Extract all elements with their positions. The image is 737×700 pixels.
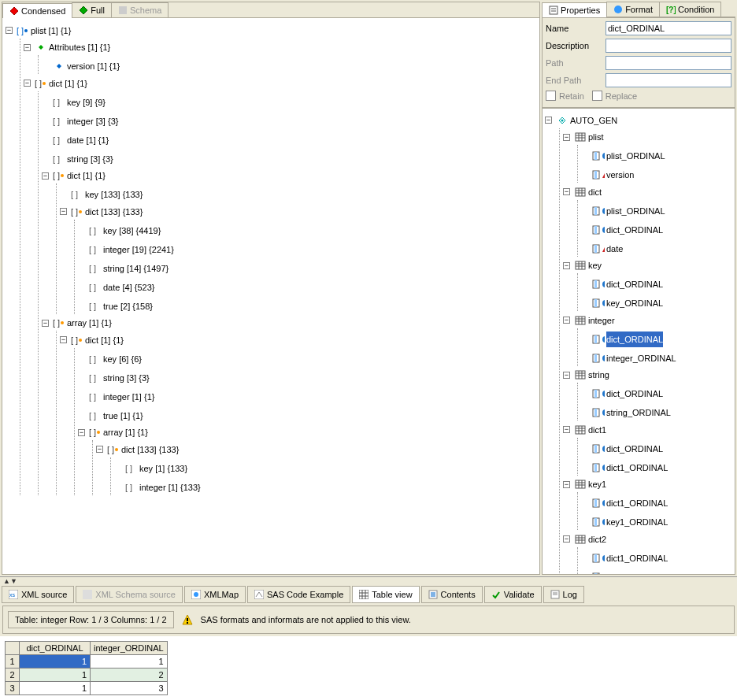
expand-toggle[interactable]: − (42, 172, 49, 180)
expand-toggle[interactable]: − (78, 429, 85, 436)
tree-node[interactable]: dict_ORDINAL (581, 219, 732, 238)
table-row[interactable]: 111 (6, 655, 168, 669)
tree-node[interactable]: [ ]true [1] {1} (78, 405, 536, 424)
tree-node[interactable]: −[ ]dict [1] {1}[ ]key [9] {9}[ ]integer… (24, 74, 536, 495)
right-tree[interactable]: −AUTO_GEN−plistplist_ORDINALversion−dict… (542, 108, 735, 575)
tree-node[interactable]: plist_ORDINAL (581, 200, 732, 219)
tree-node[interactable]: dict_ORDINAL (581, 383, 732, 402)
expand-toggle[interactable]: − (42, 320, 49, 327)
tree-node[interactable]: dict_ORDINAL (581, 438, 732, 457)
tree-node[interactable]: −integerdict_ORDINALinteger_ORDINAL (563, 311, 732, 366)
tree-node[interactable]: −plistplist_ORDINALversion (563, 128, 732, 183)
tree-node[interactable]: −Attributes [1] {1}version [1] {1} (24, 39, 536, 75)
table-cell[interactable]: 1 (20, 655, 91, 669)
tree-node[interactable]: −dict2dict1_ORDINALdict2_ORDINAL (563, 530, 732, 575)
expand-toggle[interactable]: − (563, 481, 570, 488)
tree-node[interactable]: [ ]key [6] {6} (78, 348, 536, 367)
data-table[interactable]: dict_ORDINALinteger_ORDINAL111212313 (5, 641, 168, 695)
expand-toggle[interactable]: − (24, 80, 31, 87)
tab-validate[interactable]: Validate (484, 586, 542, 603)
retain-checkbox[interactable]: Retain (546, 91, 584, 101)
tab-log[interactable]: Log (543, 586, 584, 603)
description-field[interactable] (606, 39, 731, 53)
tree-node[interactable]: [ ]string [14] {1497} (78, 257, 536, 276)
tab-format[interactable]: Format (606, 2, 660, 17)
expand-toggle[interactable]: − (6, 27, 13, 34)
tree-node[interactable]: dict1_ORDINAL (581, 547, 732, 566)
tab-xmlmap[interactable]: XMLMap (184, 586, 246, 603)
tree-node[interactable]: dict_ORDINAL (581, 328, 732, 347)
tree-node[interactable]: −[ ]array [1] {1}−[ ]dict [133] {133}[ ]… (78, 424, 536, 495)
tab-sas-code[interactable]: SAS Code Example (247, 586, 350, 603)
table-cell[interactable]: 1 (20, 669, 91, 682)
expand-toggle[interactable]: − (24, 44, 31, 51)
tab-full[interactable]: Full (72, 2, 112, 17)
tree-node[interactable]: −keydict_ORDINALkey_ORDINAL (563, 257, 732, 312)
tree-node[interactable]: −AUTO_GEN−plistplist_ORDINALversion−dict… (545, 111, 732, 575)
expand-toggle[interactable]: − (545, 117, 552, 124)
tree-node[interactable]: dict1_ORDINAL (581, 492, 732, 511)
tree-node[interactable]: [ ]date [4] {523} (78, 276, 536, 295)
tab-properties[interactable]: Properties (542, 2, 607, 17)
expand-toggle[interactable]: − (563, 426, 570, 433)
expand-toggle[interactable]: − (563, 372, 570, 379)
tree-node[interactable]: −[ ]dict [1] {1}[ ]key [6] {6}[ ]string … (60, 331, 536, 495)
name-field[interactable] (606, 21, 731, 35)
tree-node[interactable]: [ ]integer [1] {133} (114, 476, 536, 495)
tab-xml-source[interactable]: xsXML source (2, 586, 74, 603)
replace-checkbox[interactable]: Replace (592, 91, 637, 101)
tree-node[interactable]: −[ ]array [1] {1}−[ ]dict [1] {1}[ ]key … (42, 314, 536, 495)
expand-toggle[interactable]: − (96, 446, 103, 453)
tree-node[interactable]: [ ]key [133] {133} (60, 183, 536, 202)
left-tree[interactable]: −[ ]plist [1] {1}−Attributes [1] {1}vers… (2, 18, 539, 574)
expand-toggle[interactable]: − (60, 208, 67, 215)
expand-toggle[interactable]: − (60, 336, 67, 343)
tree-node[interactable]: [ ]string [3] {3} (42, 148, 536, 167)
expand-toggle[interactable]: − (563, 188, 570, 195)
tab-contents[interactable]: Contents (421, 586, 483, 603)
expand-toggle[interactable]: − (563, 262, 570, 269)
tree-node[interactable]: key1_ORDINAL (581, 511, 732, 530)
tab-schema[interactable]: Schema (111, 2, 169, 17)
expand-toggle[interactable]: − (563, 535, 570, 543)
tree-node[interactable]: dict1_ORDINAL (581, 457, 732, 476)
tree-node[interactable]: −dictplist_ORDINALdict_ORDINALdate (563, 183, 732, 257)
column-header[interactable]: dict_ORDINAL (20, 642, 91, 655)
table-cell[interactable]: 2 (91, 669, 168, 682)
tab-condensed[interactable]: Condensed (2, 3, 72, 18)
tree-node[interactable]: version (581, 164, 732, 183)
expand-toggle[interactable]: − (563, 134, 570, 141)
tree-node[interactable]: [ ]true [2] {158} (78, 295, 536, 314)
tree-node[interactable]: −[ ]dict [133] {133}[ ]key [38] {4419}[ … (60, 202, 536, 314)
tree-node[interactable]: key_ORDINAL (581, 292, 732, 311)
table-cell[interactable]: 1 (91, 655, 168, 669)
tree-node[interactable]: [ ]key [38] {4419} (78, 220, 536, 239)
tree-node[interactable]: plist_ORDINAL (581, 145, 732, 164)
endpath-field[interactable] (606, 73, 731, 87)
tree-node[interactable]: string_ORDINAL (581, 402, 732, 420)
table-row[interactable]: 212 (6, 669, 168, 682)
tree-node[interactable]: dict2_ORDINAL (581, 566, 732, 576)
table-row[interactable]: 313 (6, 682, 168, 695)
tree-node[interactable]: −key1dict1_ORDINALkey1_ORDINAL (563, 476, 732, 531)
tree-node[interactable]: date (581, 238, 732, 257)
tree-node[interactable]: −[ ]dict [1] {1}[ ]key [133] {133}−[ ]di… (42, 167, 536, 314)
tree-node[interactable]: [ ]integer [1] {1} (78, 386, 536, 405)
expand-toggle[interactable]: − (563, 317, 570, 324)
table-cell[interactable]: 1 (20, 682, 91, 695)
splitter-grip[interactable]: ▲▼ (0, 577, 737, 584)
tab-table-view[interactable]: Table view (352, 586, 419, 603)
tree-node[interactable]: dict_ORDINAL (581, 273, 732, 292)
tree-node[interactable]: [ ]string [3] {3} (78, 367, 536, 386)
tab-condition[interactable]: [?] Condition (659, 2, 721, 17)
tree-node[interactable]: version [1] {1} (42, 55, 536, 74)
tree-node[interactable]: [ ]key [1] {133} (114, 457, 536, 476)
tree-node[interactable]: −[ ]dict [133] {133}[ ]key [1] {133}[ ]i… (96, 440, 536, 495)
tree-node[interactable]: [ ]key [9] {9} (42, 91, 536, 110)
table-cell[interactable]: 3 (91, 682, 168, 695)
path-field[interactable] (606, 56, 731, 70)
tree-node[interactable]: [ ]integer [3] {3} (42, 110, 536, 129)
tree-node[interactable]: −stringdict_ORDINALstring_ORDINAL (563, 366, 732, 421)
tree-node[interactable]: −[ ]plist [1] {1}−Attributes [1] {1}vers… (6, 21, 536, 495)
column-header[interactable]: integer_ORDINAL (91, 642, 168, 655)
